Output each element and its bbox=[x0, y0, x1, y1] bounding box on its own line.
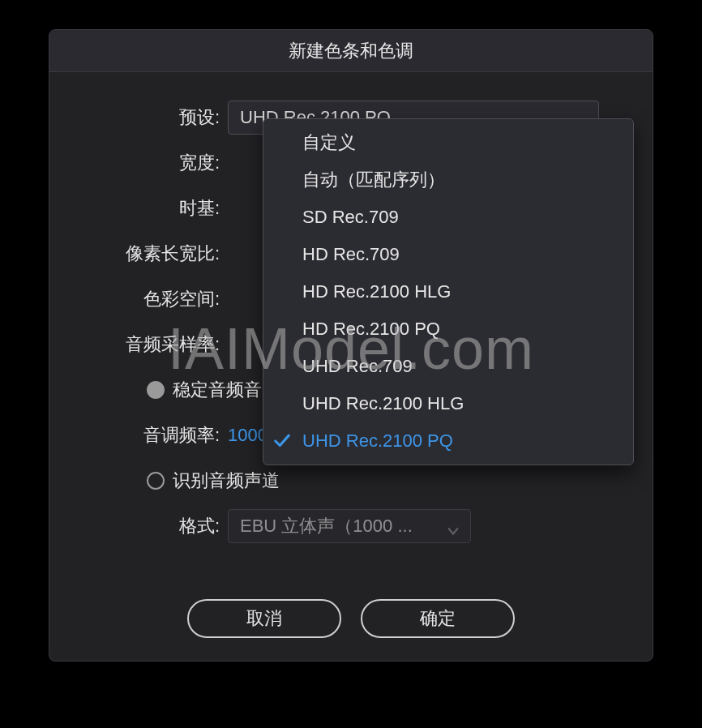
check-icon bbox=[273, 432, 291, 450]
preset-option-hd-2100-pq[interactable]: HD Rec.2100 PQ bbox=[263, 310, 633, 348]
label-preset: 预设: bbox=[82, 105, 228, 130]
label-width: 宽度: bbox=[82, 151, 228, 175]
preset-option-hd-2100-hlg[interactable]: HD Rec.2100 HLG bbox=[263, 273, 633, 310]
radio-ident-channels-label: 识别音频声道 bbox=[173, 469, 280, 493]
label-tone-freq: 音调频率: bbox=[82, 423, 228, 448]
cancel-button[interactable]: 取消 bbox=[187, 599, 341, 638]
format-dropdown[interactable]: EBU 立体声（1000 ... bbox=[228, 509, 471, 543]
radio-dot-icon bbox=[147, 381, 165, 399]
label-timebase: 时基: bbox=[82, 196, 228, 221]
label-format: 格式: bbox=[82, 514, 228, 538]
preset-option-sd-709[interactable]: SD Rec.709 bbox=[263, 199, 633, 236]
radio-dot-icon bbox=[147, 472, 165, 490]
dialog-new-bars-and-tone: 新建色条和色调 预设: UHD Rec.2100 PQ 宽度: 时基: 像素长宽… bbox=[49, 29, 653, 662]
chevron-down-icon bbox=[447, 520, 459, 532]
label-colorspace: 色彩空间: bbox=[82, 287, 228, 311]
preset-option-uhd-709[interactable]: UHD Rec.709 bbox=[263, 348, 633, 385]
preset-option-hd-709[interactable]: HD Rec.709 bbox=[263, 236, 633, 273]
preset-option-auto[interactable]: 自动（匹配序列） bbox=[263, 161, 633, 199]
preset-popup: 自定义 自动（匹配序列） SD Rec.709 HD Rec.709 HD Re… bbox=[263, 118, 634, 465]
radio-stable-audio-tone[interactable]: 稳定音频音 bbox=[147, 378, 262, 402]
preset-option-custom[interactable]: 自定义 bbox=[263, 124, 633, 161]
label-par: 像素长宽比: bbox=[82, 242, 228, 266]
ok-button[interactable]: 确定 bbox=[361, 599, 515, 638]
dialog-buttons: 取消 确定 bbox=[49, 599, 653, 638]
label-audio-sr: 音频采样率: bbox=[82, 332, 228, 357]
preset-option-uhd-2100-pq[interactable]: UHD Rec.2100 PQ bbox=[263, 422, 633, 460]
radio-stable-audio-label: 稳定音频音 bbox=[173, 378, 262, 402]
row-format: 格式: EBU 立体声（1000 ... bbox=[82, 503, 620, 549]
dialog-title: 新建色条和色调 bbox=[49, 30, 653, 72]
format-value: EBU 立体声（1000 ... bbox=[240, 514, 413, 538]
radio-ident-channels[interactable]: 识别音频声道 bbox=[147, 469, 280, 493]
preset-option-uhd-2100-hlg[interactable]: UHD Rec.2100 HLG bbox=[263, 385, 633, 422]
